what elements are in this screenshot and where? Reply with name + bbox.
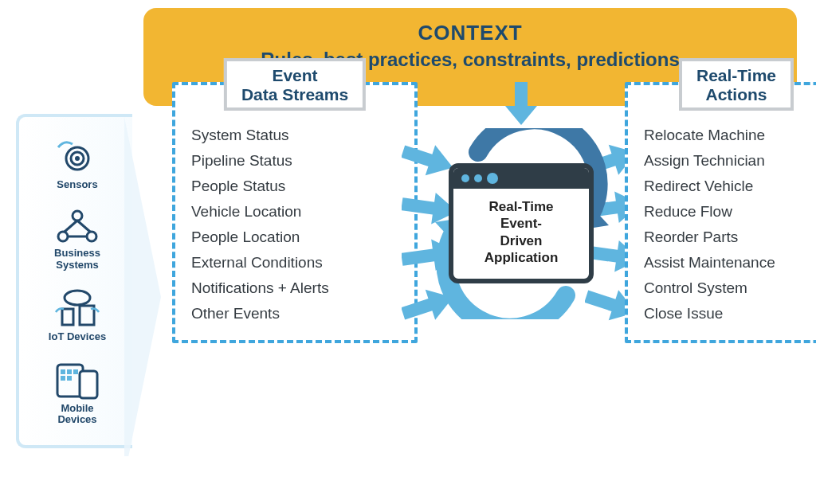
list-item: Redirect Vehicle	[644, 178, 816, 195]
sources-column: Sensors Business Systems IoT Devices	[16, 114, 132, 448]
list-item: Assist Maintenance	[644, 254, 816, 272]
svg-line-7	[77, 221, 90, 232]
center-column: Real-Time Event- Driven Application	[426, 82, 617, 283]
svg-point-4	[58, 232, 68, 241]
list-item: Reorder Parts	[644, 229, 816, 246]
svg-rect-18	[67, 376, 72, 381]
panel-title: Real-Time Actions	[679, 58, 794, 111]
window-dot-icon	[461, 174, 469, 182]
list-item: Control System	[644, 279, 816, 297]
arrow-down-icon	[504, 82, 539, 127]
svg-rect-10	[62, 309, 73, 325]
list-item: Relocate Machine	[644, 127, 816, 144]
source-label: IoT Devices	[26, 331, 129, 342]
source-label: Business Systems	[26, 248, 129, 271]
source-label: Mobile Devices	[26, 403, 129, 426]
event-data-streams-panel: Event Data Streams System Status Pipelin…	[172, 82, 418, 343]
sensor-icon	[55, 139, 100, 176]
source-label: Sensors	[26, 179, 129, 190]
list-item: Vehicle Location	[191, 203, 398, 221]
svg-line-6	[65, 221, 77, 232]
mobile-icon	[53, 360, 102, 400]
window-dot-icon	[487, 173, 498, 184]
list-item: System Status	[191, 127, 398, 144]
list-item: Assign Technician	[644, 152, 816, 170]
svg-point-5	[87, 232, 96, 241]
list-item: Pipeline Status	[191, 152, 398, 170]
list-item: External Conditions	[191, 254, 398, 272]
svg-rect-16	[73, 369, 78, 374]
app-label: Real-Time Event- Driven Application	[453, 189, 589, 279]
app-titlebar	[453, 168, 589, 189]
list-item: Reduce Flow	[644, 203, 816, 221]
network-icon	[53, 208, 101, 244]
list-item: Notifications + Alerts	[191, 279, 398, 297]
event-list: System Status Pipeline Status People Sta…	[191, 127, 398, 322]
actions-list: Relocate Machine Assign Technician Redir…	[644, 127, 816, 322]
source-business-systems: Business Systems	[26, 208, 129, 271]
svg-rect-14	[61, 369, 65, 374]
svg-rect-15	[67, 369, 72, 374]
source-sensors: Sensors	[26, 139, 129, 190]
window-dot-icon	[474, 174, 482, 182]
svg-rect-13	[80, 371, 97, 398]
svg-rect-17	[61, 376, 65, 381]
list-item: Close Issue	[644, 305, 816, 322]
list-item: People Location	[191, 229, 398, 246]
source-mobile-devices: Mobile Devices	[26, 360, 129, 426]
app-window: Real-Time Event- Driven Application	[449, 163, 594, 283]
svg-point-2	[75, 156, 80, 161]
panel-title: Event Data Streams	[224, 58, 366, 111]
list-item: Other Events	[191, 305, 398, 322]
svg-point-9	[65, 291, 90, 305]
context-title: CONTEXT	[159, 21, 781, 45]
svg-point-3	[73, 211, 82, 221]
source-iot-devices: IoT Devices	[26, 288, 129, 342]
iot-icon	[51, 288, 104, 328]
real-time-actions-panel: Real-Time Actions Relocate Machine Assig…	[625, 82, 816, 343]
main-row: Sensors Business Systems IoT Devices	[16, 82, 800, 448]
list-item: People Status	[191, 178, 398, 195]
